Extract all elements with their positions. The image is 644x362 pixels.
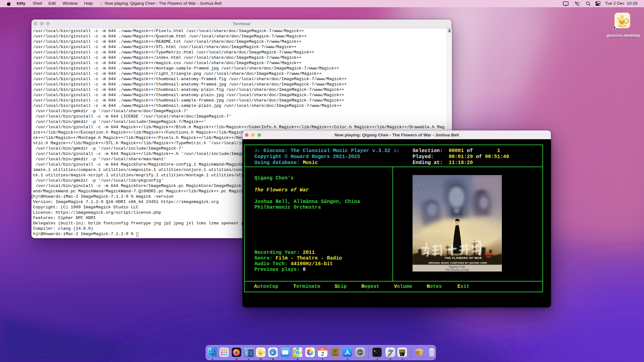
svg-text:>_: >_ <box>401 354 403 356</box>
svg-text:>_: >_ <box>374 350 377 353</box>
svg-text:The Flowers of War: The Flowers of War <box>445 268 469 272</box>
svg-text:THE FLOWERS OF WAR: THE FLOWERS OF WAR <box>445 256 482 260</box>
svg-text:2: 2 <box>321 351 324 357</box>
svg-text:Qigang Chen:: Qigang Chen: <box>449 265 465 268</box>
svg-text:ORIGINAL MUSIC COMPOSED BY QIG: ORIGINAL MUSIC COMPOSED BY QIGANG CHEN <box>428 261 487 264</box>
svg-text:DEC: DEC <box>320 348 325 350</box>
